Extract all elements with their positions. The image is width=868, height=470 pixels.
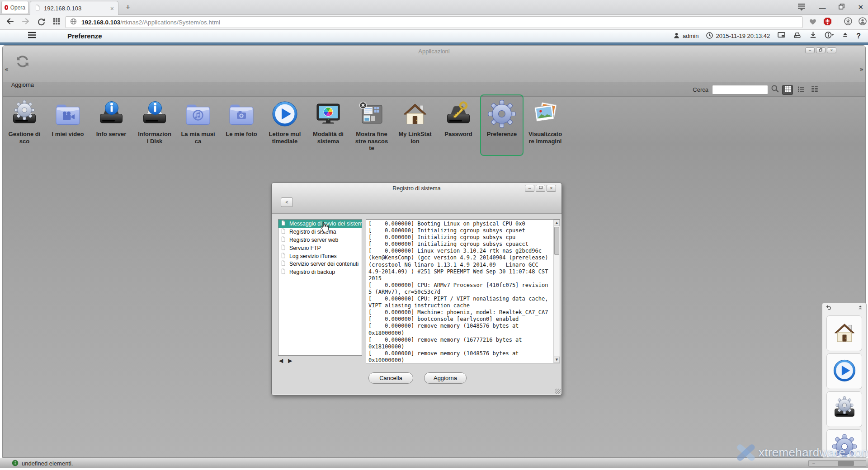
- app-item-label: I miei video: [46, 131, 90, 138]
- display-icon[interactable]: [777, 31, 786, 41]
- bookmark-heart-icon[interactable]: [808, 17, 817, 28]
- dialog-title: Registro di sistema: [272, 185, 561, 192]
- gear-blue-icon: [487, 99, 516, 128]
- url-host: 192.168.0.103: [81, 19, 120, 26]
- tab-title: 192.168.0.103: [44, 5, 107, 12]
- window-restore-button[interactable]: [816, 47, 826, 53]
- app-item-mostra-finestre[interactable]: Mostra fine stre nascos te: [350, 94, 393, 156]
- log-category-5[interactable]: Servizio server dei contenuti: [278, 260, 362, 268]
- back-icon[interactable]: [5, 17, 14, 28]
- hamburger-menu-icon[interactable]: [27, 30, 37, 42]
- eject-icon[interactable]: [841, 31, 849, 41]
- view-list-button[interactable]: [796, 85, 807, 95]
- window-close-button[interactable]: ×: [827, 47, 836, 53]
- log-category-label: Registro di sistema: [289, 229, 336, 235]
- app-item-informazioni-disk[interactable]: Informazion i Disk: [133, 94, 176, 156]
- app-item-le-mie-foto[interactable]: Le mie foto: [220, 94, 263, 156]
- dock-item-disk-tools[interactable]: [826, 391, 862, 427]
- scroll-down-icon[interactable]: ▼: [554, 357, 560, 363]
- log-scrollbar[interactable]: ▲ ▼: [553, 220, 560, 363]
- view-detail-button[interactable]: [809, 85, 820, 95]
- speed-dial-icon[interactable]: [52, 17, 61, 27]
- dialog-header[interactable]: Registro di sistema – × <: [272, 183, 561, 214]
- user-icon: [673, 32, 680, 41]
- window-minimize-button[interactable]: –: [805, 47, 815, 53]
- browser-minimize-button[interactable]: —: [819, 4, 826, 11]
- scroll-up-icon[interactable]: ▲: [554, 220, 560, 226]
- document-icon: [280, 260, 286, 268]
- grid-view-icon: [784, 85, 792, 94]
- document-icon: [280, 244, 286, 252]
- dock-item-player[interactable]: [826, 353, 862, 389]
- app-item-visualizzatore-immagini[interactable]: Visualizzato re immagini: [524, 94, 567, 156]
- url-path: /rtknas2/Applications/System/os.html: [120, 19, 220, 26]
- dialog-minimize-button[interactable]: –: [525, 185, 534, 192]
- app-item-password[interactable]: Password: [437, 94, 480, 156]
- horizontal-scrollbar[interactable]: −: [808, 460, 866, 467]
- log-category-6[interactable]: Registro di backup: [278, 268, 362, 276]
- disk-key-icon: [444, 99, 473, 128]
- device-icon[interactable]: [793, 31, 802, 41]
- horizontal-scroll-thumb[interactable]: [838, 461, 854, 466]
- app-item-gestione-disco[interactable]: Gestione di sco: [3, 94, 46, 156]
- blocker-badge-icon[interactable]: [823, 17, 832, 28]
- resize-grip[interactable]: [555, 389, 561, 394]
- view-grid-button[interactable]: [782, 85, 793, 95]
- app-item-label: Informazion i Disk: [133, 131, 176, 145]
- log-category-4[interactable]: Log servizio iTunes: [278, 252, 362, 260]
- page-prev-icon[interactable]: ◀: [279, 357, 283, 364]
- opera-menu-button[interactable]: Opera: [1, 1, 28, 14]
- new-tab-button[interactable]: +: [122, 2, 134, 13]
- status-bar: undefined elementi. −: [0, 458, 868, 468]
- app-item-modalita-di-sistema[interactable]: Modalità di sistema: [307, 94, 350, 156]
- download-icon[interactable]: [809, 31, 817, 41]
- browser-close-button[interactable]: ✕: [858, 3, 863, 11]
- profile-icon[interactable]: [858, 17, 867, 28]
- log-category-2[interactable]: Registro server web: [278, 236, 362, 244]
- reload-icon[interactable]: [37, 17, 46, 28]
- dock-item-settings[interactable]: [826, 429, 862, 458]
- url-text: 192.168.0.103/rtknas2/Applications/Syste…: [81, 19, 220, 26]
- dock-collapse-icon[interactable]: [857, 304, 863, 312]
- detail-view-icon: [811, 85, 819, 95]
- downloads-icon[interactable]: [844, 17, 853, 28]
- tab-close-icon[interactable]: ×: [110, 5, 114, 12]
- browser-tab[interactable]: 192.168.0.103 ×: [30, 1, 118, 15]
- browser-restore-button[interactable]: [838, 3, 845, 12]
- dialog-refresh-button[interactable]: Aggiorna: [424, 372, 467, 384]
- app-item-my-linkstation[interactable]: My LinkStat ion: [393, 94, 437, 156]
- app-item-label: La mia musi ca: [176, 131, 220, 145]
- log-category-label: Servizio server dei contenuti: [289, 261, 359, 267]
- refresh-button[interactable]: Aggiorna: [8, 54, 37, 82]
- app-item-preferenze[interactable]: Preferenze: [480, 94, 524, 156]
- search-input[interactable]: [712, 85, 768, 94]
- dialog-maximize-button[interactable]: [536, 185, 545, 192]
- log-category-1[interactable]: Registro di sistema: [278, 228, 362, 236]
- app-item-lettore-multimediale[interactable]: Lettore mul timediale: [263, 94, 307, 156]
- document-icon: [280, 253, 286, 260]
- log-category-0[interactable]: Messaggio di avvio del sistema: [278, 220, 362, 228]
- dock-back-icon[interactable]: [825, 304, 832, 312]
- app-item-label: Lettore mul timediale: [263, 131, 307, 145]
- browser-menu-icon[interactable]: [797, 1, 807, 13]
- cancel-button[interactable]: Cancella: [368, 372, 413, 384]
- screen: Opera 192.168.0.103 × + — ✕ 192.168.0.10…: [0, 0, 868, 470]
- app-item-la-mia-musica[interactable]: La mia musi ca: [176, 94, 220, 156]
- log-category-3[interactable]: Servizio FTP: [278, 244, 362, 252]
- maximize-icon: [538, 185, 543, 191]
- info-dropdown-icon[interactable]: [825, 30, 834, 42]
- collapse-right-handle[interactable]: »: [859, 66, 863, 73]
- forward-icon[interactable]: [21, 17, 30, 28]
- app-item-info-server[interactable]: Info server: [90, 94, 133, 156]
- log-text: [ 0.000000] Booting Linux on physical CP…: [368, 221, 552, 363]
- app-item-i-miei-video[interactable]: I miei video: [46, 94, 90, 156]
- dialog-close-button[interactable]: ×: [547, 185, 556, 192]
- dock-item-home[interactable]: [826, 315, 862, 351]
- url-field[interactable]: 192.168.0.103/rtknas2/Applications/Syste…: [65, 16, 803, 28]
- search-icon[interactable]: [771, 85, 779, 95]
- page-next-icon[interactable]: ▶: [288, 357, 292, 364]
- list-view-icon: [797, 85, 805, 95]
- scroll-thumb[interactable]: [554, 227, 559, 255]
- help-button[interactable]: ?: [856, 32, 861, 40]
- dialog-back-button[interactable]: <: [281, 197, 293, 207]
